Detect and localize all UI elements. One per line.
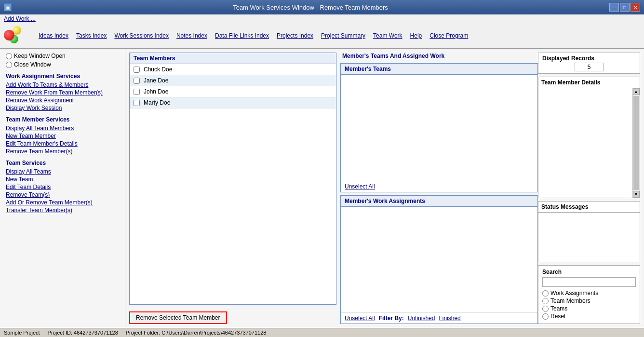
nav-notes-index[interactable]: Notes Index — [173, 31, 211, 40]
main-content: Keep Window Open Close Window Work Assig… — [0, 49, 644, 328]
center-bottom-bar: Remove Selected Team Member — [129, 308, 336, 324]
remove-team-members-link[interactable]: Remove Team Member(s) — [6, 148, 119, 155]
close-button[interactable]: ✕ — [631, 3, 640, 12]
nav-work-sessions-index[interactable]: Work Sessions Index — [110, 31, 173, 40]
add-remove-team-members-link[interactable]: Add Or Remove Team Member(s) — [6, 199, 119, 206]
display-work-session-link[interactable]: Display Work Session — [6, 105, 119, 111]
close-window-radio[interactable] — [6, 62, 12, 68]
remove-selected-team-member-button[interactable]: Remove Selected Team Member — [129, 311, 227, 324]
team-member-details-content: ▲ ▼ — [538, 88, 640, 198]
team-member-services-title: Team Member Services — [6, 116, 119, 123]
app-icon: ▣ — [4, 3, 12, 11]
team-members-header: Team Members — [130, 53, 336, 64]
search-panel: Search Work Assignments Team Members Tea… — [538, 265, 640, 324]
remove-work-from-team-member-link[interactable]: Remove Work From Team Member(s) — [6, 89, 119, 96]
member-teams-work-header: Member's Teams And Assigned Work — [340, 53, 538, 60]
keep-window-radio[interactable] — [6, 53, 12, 59]
add-work-link[interactable]: Add Work ... — [0, 14, 644, 23]
nav-links: Ideas IndexTasks IndexWork Sessions Inde… — [35, 31, 472, 40]
member-teams-header: Member's Teams — [341, 64, 537, 75]
member-name: Chuck Doe — [144, 66, 172, 73]
transfer-team-members-link[interactable]: Transfer Team Member(s) — [6, 207, 119, 214]
far-right-panel: Displayed Records 5 Team Member Details … — [538, 49, 644, 328]
keep-window-open-option[interactable]: Keep Window Open — [6, 53, 119, 59]
window-title: Team Work Services Window - Remove Team … — [12, 4, 609, 11]
details-scrollbar[interactable]: ▲ ▼ — [632, 88, 640, 198]
search-teams-radio[interactable] — [542, 306, 549, 312]
work-assignment-services-title: Work Assignment Services — [6, 73, 119, 80]
status-messages-panel: Status Messages — [538, 201, 640, 262]
edit-team-details-link[interactable]: Edit Team Details — [6, 184, 119, 190]
scroll-thumb[interactable] — [633, 96, 639, 190]
member-work-content — [341, 207, 537, 313]
minimize-button[interactable]: — — [609, 3, 619, 12]
member-name: John Doe — [144, 88, 168, 95]
search-work-assignments-radio[interactable] — [542, 290, 549, 297]
member-work-panel: Member's Work Assignments Unselect All F… — [340, 195, 538, 324]
member-work-footer: Unselect All Filter By: Unfinished Finis… — [341, 312, 537, 324]
displayed-records-panel: Displayed Records 5 — [538, 53, 640, 74]
status-messages-title: Status Messages — [538, 202, 640, 213]
status-bar: Sample Project Project ID: 4642737370711… — [0, 328, 644, 337]
scroll-up-arrow[interactable]: ▲ — [633, 88, 640, 95]
nav-help[interactable]: Help — [406, 31, 426, 40]
member-checkbox[interactable] — [134, 100, 140, 106]
project-id: Project ID: 464273737071128 — [48, 330, 118, 336]
team-member-row[interactable]: Jane Doe — [130, 75, 336, 86]
project-folder: Project Folder: C:\Users\Darren\Projects… — [126, 330, 267, 336]
team-member-row[interactable]: John Doe — [130, 86, 336, 97]
unselect-all-teams-link[interactable]: Unselect All — [345, 183, 375, 190]
member-checkbox[interactable] — [134, 89, 140, 95]
new-team-link[interactable]: New Team — [6, 176, 119, 183]
member-checkbox[interactable] — [134, 78, 140, 84]
search-reset-radio[interactable] — [542, 313, 549, 320]
scroll-down-arrow[interactable]: ▼ — [633, 191, 640, 198]
search-input[interactable] — [542, 277, 636, 287]
filter-by-label: Filter By: — [379, 315, 404, 322]
filter-finished-link[interactable]: Finished — [439, 315, 460, 322]
display-all-teams-link[interactable]: Display All Teams — [6, 168, 119, 175]
nav-data-file-links-index[interactable]: Data File Links Index — [211, 31, 273, 40]
team-member-row[interactable]: Chuck Doe — [130, 64, 336, 75]
filter-unfinished-link[interactable]: Unfinished — [408, 315, 435, 322]
remove-teams-link[interactable]: Remove Team(s) — [6, 191, 119, 198]
team-member-details-panel: Team Member Details ▲ ▼ — [538, 77, 640, 198]
nav-ideas-index[interactable]: Ideas Index — [35, 31, 72, 40]
unselect-all-work-link[interactable]: Unselect All — [345, 315, 375, 322]
nav-projects-index[interactable]: Projects Index — [273, 31, 317, 40]
member-teams-panel: Member's Teams Unselect All — [340, 63, 538, 192]
search-team-members-label: Team Members — [550, 297, 590, 304]
red-circle — [4, 30, 14, 40]
edit-team-member-details-link[interactable]: Edit Team Member's Details — [6, 140, 119, 147]
team-member-row[interactable]: Marty Doe — [130, 97, 336, 108]
sidebar: Keep Window Open Close Window Work Assig… — [0, 49, 125, 328]
search-team-members-option[interactable]: Team Members — [542, 297, 636, 304]
team-members-list: Chuck DoeJane DoeJohn DoeMarty Doe — [130, 64, 336, 304]
search-title: Search — [542, 269, 636, 275]
remove-work-assignment-link[interactable]: Remove Work Assignment — [6, 97, 119, 104]
nav-team-work[interactable]: Team Work — [369, 31, 406, 40]
member-checkbox[interactable] — [134, 67, 140, 73]
close-window-option[interactable]: Close Window — [6, 61, 119, 68]
nav-bar: Ideas IndexTasks IndexWork Sessions Inde… — [0, 23, 644, 49]
maximize-button[interactable]: □ — [620, 3, 630, 12]
search-teams-option[interactable]: Teams — [542, 305, 636, 312]
project-name: Sample Project — [4, 330, 40, 336]
nav-tasks-index[interactable]: Tasks Index — [72, 31, 110, 40]
status-messages-content — [538, 213, 640, 262]
search-reset-option[interactable]: Reset — [542, 313, 636, 320]
add-work-to-teams-link[interactable]: Add Work To Teams & Members — [6, 81, 119, 88]
nav-project-summary[interactable]: Project Summary — [317, 31, 369, 40]
search-reset-label: Reset — [550, 313, 565, 320]
member-name: Jane Doe — [144, 77, 168, 84]
nav-close-program[interactable]: Close Program — [426, 31, 472, 40]
displayed-records-value: 5 — [575, 63, 604, 71]
member-name: Marty Doe — [144, 99, 170, 106]
team-members-panel: Team Members Chuck DoeJane DoeJohn DoeMa… — [129, 53, 336, 305]
search-work-assignments-option[interactable]: Work Assignments — [542, 290, 636, 297]
new-team-member-link[interactable]: New Team Member — [6, 133, 119, 139]
center-area: Team Members Chuck DoeJane DoeJohn DoeMa… — [125, 49, 340, 328]
display-all-team-members-link[interactable]: Display All Team Members — [6, 125, 119, 132]
team-member-details-title: Team Member Details — [538, 77, 640, 88]
search-team-members-radio[interactable] — [542, 298, 549, 304]
